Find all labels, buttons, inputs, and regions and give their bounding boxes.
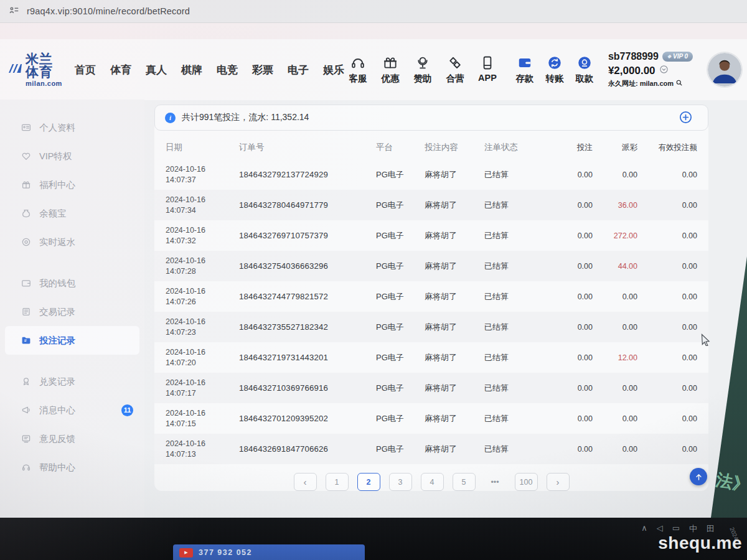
page-next-button[interactable]: › <box>547 473 570 491</box>
cell-order: 1846432691847706626 <box>239 444 376 454</box>
sidebar-item-5[interactable]: 我的钱包 <box>0 269 144 297</box>
cell-valid: 0.00 <box>637 292 697 301</box>
nav-item-1[interactable]: 体育 <box>110 63 131 77</box>
browser-profile-icon[interactable] <box>9 5 19 18</box>
service-icons-group: 客服优惠赞助合营APP <box>344 55 501 85</box>
cell-platform: PG电子 <box>376 169 425 180</box>
page-button-4[interactable]: 4 <box>421 473 444 491</box>
cell-valid: 0.00 <box>637 445 697 454</box>
gift-icon <box>382 55 398 71</box>
service-partner-icon[interactable]: 合营 <box>441 55 469 85</box>
nav-item-5[interactable]: 彩票 <box>252 63 273 77</box>
sidebar-item-11[interactable]: 帮助中心 <box>0 453 144 482</box>
nav-item-3[interactable]: 棋牌 <box>181 63 202 77</box>
col-header-0: 日期 <box>166 142 239 153</box>
page-button-100[interactable]: 100 <box>515 473 538 491</box>
partner-icon <box>447 55 463 71</box>
cell-payout: 0.00 <box>593 414 637 423</box>
plus-circle-icon[interactable] <box>679 110 693 124</box>
col-header-6: 派彩 <box>593 142 637 153</box>
service-gift-icon[interactable]: 优惠 <box>377 55 404 85</box>
sidebar-item-2[interactable]: 福利中心 <box>0 170 144 199</box>
sidebar-item-10[interactable]: 意见反馈 <box>0 424 144 453</box>
cell-bet: 0.00 <box>547 262 593 271</box>
url-text[interactable]: r9aq4x.vip:9010/mine/record/betRecord <box>27 6 190 16</box>
idcard-icon <box>21 123 31 133</box>
table-body: 2024-10-1614:07:37 1846432792137724929 P… <box>154 159 708 464</box>
permanent-url-text: 永久网址: milan.com <box>608 80 674 88</box>
cell-platform: PG电子 <box>376 322 425 333</box>
cell-valid: 0.00 <box>637 414 697 423</box>
nav-item-7[interactable]: 娱乐 <box>323 63 344 77</box>
mouse-cursor <box>701 334 712 348</box>
service-app-icon[interactable]: APP <box>474 55 501 85</box>
cell-date: 2024-10-1614:07:13 <box>166 439 239 459</box>
cell-order: 1846432719731443201 <box>239 353 376 362</box>
nav-item-2[interactable]: 真人 <box>146 63 167 77</box>
service-headset-icon[interactable]: 客服 <box>344 55 372 85</box>
wallet-deposit-icon[interactable]: 存款 <box>511 55 538 85</box>
nav-item-4[interactable]: 电竞 <box>217 63 238 77</box>
cell-valid: 0.00 <box>637 262 697 271</box>
help-icon <box>21 462 31 472</box>
magnifier-icon[interactable] <box>675 79 683 89</box>
col-header-2: 平台 <box>376 142 425 153</box>
cell-platform: PG电子 <box>376 383 425 394</box>
page-prev-button[interactable]: ‹ <box>294 473 317 491</box>
service-sponsor-icon[interactable]: 赞助 <box>409 55 436 85</box>
cell-bet: 0.00 <box>547 231 593 240</box>
cell-status: 已结算 <box>484 261 547 272</box>
sidebar-item-1[interactable]: VIP特权 <box>0 142 144 170</box>
cell-date: 2024-10-1614:07:23 <box>166 317 239 337</box>
col-header-3: 投注内容 <box>425 142 484 153</box>
cell-valid: 0.00 <box>637 323 697 332</box>
avatar[interactable] <box>708 53 741 86</box>
cell-status: 已结算 <box>484 322 547 333</box>
cell-content: 麻将胡了 <box>425 200 484 211</box>
headset-icon <box>350 55 366 71</box>
clipboard-icon <box>21 307 31 317</box>
cell-platform: PG电子 <box>376 291 425 302</box>
back-to-top-button[interactable] <box>690 468 707 485</box>
sidebar-item-9[interactable]: 消息中心 11 <box>0 396 144 424</box>
nav-item-6[interactable]: 电子 <box>288 63 309 77</box>
page-button-•••[interactable]: ••• <box>484 474 506 490</box>
cell-date: 2024-10-1614:07:20 <box>166 347 239 368</box>
folder-icon <box>21 335 31 345</box>
wallet-transfer-icon[interactable]: 转账 <box>541 55 568 85</box>
page-content: 个人资料 VIP特权 福利中心 余额宝 实时返水 我的钱包 交易记录 投注记录 … <box>0 100 747 518</box>
page-button-2[interactable]: 2 <box>357 473 380 491</box>
bet-record-card: i 共计991笔投注，流水: 11,352.14 日期订单号平台投注内容注单状态… <box>154 105 708 491</box>
sidebar-item-0[interactable]: 个人资料 <box>0 113 144 142</box>
page-button-3[interactable]: 3 <box>389 473 412 491</box>
sidebar-item-7[interactable]: 投注记录 <box>5 326 139 355</box>
table-row: 2024-10-1614:07:32 1846432769710757379 P… <box>154 220 708 251</box>
moneybag-icon <box>21 208 31 218</box>
cell-date: 2024-10-1614:07:37 <box>166 164 239 185</box>
app-icon <box>479 55 496 71</box>
taskbar-chevron-icon[interactable]: ∧ <box>641 523 647 534</box>
cell-platform: PG电子 <box>376 261 425 272</box>
cell-status: 已结算 <box>484 169 547 180</box>
rebate-icon <box>21 237 31 247</box>
browser-address-bar[interactable]: r9aq4x.vip:9010/mine/record/betRecord <box>0 0 747 23</box>
page-button-1[interactable]: 1 <box>326 473 349 491</box>
sidebar-item-6[interactable]: 交易记录 <box>0 297 144 326</box>
sidebar-item-4[interactable]: 实时返水 <box>0 228 144 256</box>
cell-date: 2024-10-1614:07:28 <box>166 256 239 276</box>
wallet-withdraw-icon[interactable]: 取款 <box>571 55 598 85</box>
pagination: ‹12345•••100› <box>154 473 708 491</box>
cell-content: 麻将胡了 <box>425 413 484 424</box>
cell-bet: 0.00 <box>547 170 593 179</box>
cell-payout: 272.00 <box>593 231 637 240</box>
chevron-down-icon[interactable] <box>659 65 669 77</box>
play-badge-icon: ▶ <box>179 548 193 558</box>
table-row: 2024-10-1614:07:20 1846432719731443201 P… <box>154 342 708 373</box>
sidebar-item-3[interactable]: 余额宝 <box>0 199 144 228</box>
col-header-4: 注单状态 <box>484 142 547 153</box>
site-logo[interactable]: 米兰体育 milan.com <box>7 52 62 87</box>
sidebar-item-8[interactable]: 兑奖记录 <box>0 367 144 396</box>
page-button-5[interactable]: 5 <box>453 473 476 491</box>
cell-content: 麻将胡了 <box>425 322 484 333</box>
nav-item-0[interactable]: 首页 <box>75 63 96 77</box>
